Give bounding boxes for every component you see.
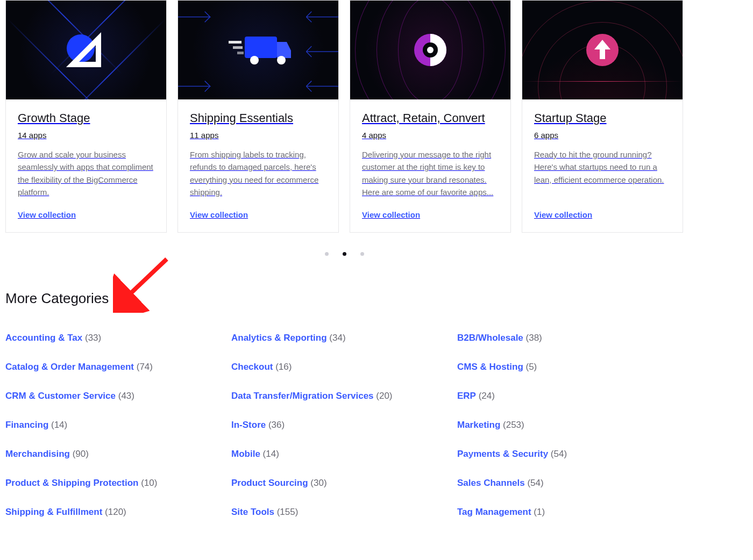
carousel-pagination <box>5 252 683 256</box>
card-description: Delivering your message to the right cus… <box>362 148 499 198</box>
category-item: Financing (14) <box>5 420 231 430</box>
category-link[interactable]: ERP <box>457 391 476 401</box>
category-item: Product Sourcing (30) <box>231 478 457 489</box>
view-collection-link[interactable]: View collection <box>190 210 326 219</box>
category-count: (74) <box>134 362 153 372</box>
svg-point-9 <box>427 47 434 53</box>
svg-rect-5 <box>233 46 243 49</box>
category-link[interactable]: CMS & Hosting <box>457 362 523 372</box>
category-item: CMS & Hosting (5) <box>457 362 683 372</box>
category-link[interactable]: Sales Channels <box>457 478 525 488</box>
category-item: Catalog & Order Management (74) <box>5 362 231 372</box>
svg-point-3 <box>277 56 286 64</box>
collection-card-attract[interactable]: Attract, Retain, Convert 4 apps Deliveri… <box>350 0 511 233</box>
category-link[interactable]: Analytics & Reporting <box>231 333 327 343</box>
svg-point-2 <box>250 56 259 64</box>
category-item: B2B/Wholesale (38) <box>457 333 683 343</box>
category-link[interactable]: Checkout <box>231 362 273 372</box>
view-collection-link[interactable]: View collection <box>18 210 154 219</box>
category-count: (43) <box>116 391 134 401</box>
card-title: Growth Stage <box>18 111 154 125</box>
category-link[interactable]: Site Tools <box>231 507 274 517</box>
view-collection-link[interactable]: View collection <box>534 210 671 219</box>
category-count: (5) <box>523 362 537 372</box>
category-link[interactable]: B2B/Wholesale <box>457 333 523 343</box>
collection-card-growth[interactable]: Growth Stage 14 apps Grow and scale your… <box>5 0 167 233</box>
category-count: (24) <box>476 391 495 401</box>
card-title: Shipping Essentials <box>190 111 326 125</box>
category-item: Tag Management (1) <box>457 507 683 518</box>
category-item: ERP (24) <box>457 391 683 401</box>
category-count: (1) <box>531 507 545 517</box>
category-count: (30) <box>308 478 327 488</box>
category-item: Analytics & Reporting (34) <box>231 333 457 343</box>
category-count: (253) <box>500 420 524 430</box>
category-count: (38) <box>523 333 542 343</box>
growth-stage-illustration <box>6 1 166 99</box>
collection-card-startup[interactable]: Startup Stage 6 apps Ready to hit the gr… <box>522 0 683 233</box>
category-link[interactable]: CRM & Customer Service <box>5 391 116 401</box>
category-item: Shipping & Fulfillment (120) <box>5 507 231 518</box>
category-count: (54) <box>525 478 544 488</box>
carousel-dot-2[interactable] <box>343 252 346 256</box>
category-item: Mobile (14) <box>231 449 457 460</box>
category-item: Checkout (16) <box>231 362 457 372</box>
category-count: (36) <box>266 420 285 430</box>
carousel-dot-1[interactable] <box>325 252 329 256</box>
category-item: Site Tools (155) <box>231 507 457 518</box>
startup-stage-illustration <box>522 1 683 99</box>
view-collection-link[interactable]: View collection <box>362 210 499 219</box>
category-item: Payments & Security (54) <box>457 449 683 460</box>
carousel-dot-3[interactable] <box>360 252 364 256</box>
svg-rect-6 <box>237 52 244 54</box>
category-link[interactable]: In-Store <box>231 420 266 430</box>
category-count: (155) <box>274 507 298 517</box>
category-link[interactable]: Merchandising <box>5 449 70 459</box>
card-title: Attract, Retain, Convert <box>362 111 499 125</box>
card-description: From shipping labels to tracking, refund… <box>190 148 326 198</box>
card-apps-count: 4 apps <box>362 131 499 140</box>
more-categories-section: More Categories Accounting & Tax (33)Ana… <box>5 290 683 518</box>
category-item: CRM & Customer Service (43) <box>5 391 231 401</box>
category-count: (14) <box>260 449 279 459</box>
card-apps-count: 6 apps <box>534 131 671 140</box>
card-description: Grow and scale your business seamlessly … <box>18 148 154 198</box>
category-count: (34) <box>327 333 346 343</box>
svg-rect-4 <box>229 41 241 44</box>
category-count: (90) <box>70 449 89 459</box>
collection-card-shipping[interactable]: Shipping Essentials 11 apps From shippin… <box>177 0 339 233</box>
category-link[interactable]: Shipping & Fulfillment <box>5 507 102 517</box>
category-count: (20) <box>374 391 393 401</box>
category-item: Sales Channels (54) <box>457 478 683 489</box>
card-apps-count: 11 apps <box>190 131 326 140</box>
category-item: Accounting & Tax (33) <box>5 333 231 343</box>
category-link[interactable]: Data Transfer/Migration Services <box>231 391 374 401</box>
category-count: (54) <box>548 449 567 459</box>
category-link[interactable]: Mobile <box>231 449 260 459</box>
categories-grid: Accounting & Tax (33)Analytics & Reporti… <box>5 333 683 518</box>
category-count: (120) <box>102 507 126 517</box>
category-count: (10) <box>138 478 157 488</box>
category-link[interactable]: Payments & Security <box>457 449 548 459</box>
category-count: (16) <box>273 362 292 372</box>
category-item: In-Store (36) <box>231 420 457 430</box>
category-link[interactable]: Product & Shipping Protection <box>5 478 138 488</box>
more-categories-heading: More Categories <box>5 290 683 307</box>
card-description: Ready to hit the ground running? Here's … <box>534 148 671 198</box>
card-title: Startup Stage <box>534 111 671 125</box>
category-count: (33) <box>82 333 101 343</box>
category-item: Data Transfer/Migration Services (20) <box>231 391 457 401</box>
card-apps-count: 14 apps <box>18 131 154 140</box>
category-item: Product & Shipping Protection (10) <box>5 478 231 489</box>
category-count: (14) <box>48 420 67 430</box>
attract-retain-convert-illustration <box>350 1 510 99</box>
category-item: Marketing (253) <box>457 420 683 430</box>
svg-rect-1 <box>245 37 277 58</box>
category-item: Merchandising (90) <box>5 449 231 460</box>
category-link[interactable]: Marketing <box>457 420 500 430</box>
category-link[interactable]: Accounting & Tax <box>5 333 82 343</box>
category-link[interactable]: Financing <box>5 420 48 430</box>
category-link[interactable]: Tag Management <box>457 507 531 517</box>
category-link[interactable]: Catalog & Order Management <box>5 362 134 372</box>
category-link[interactable]: Product Sourcing <box>231 478 308 488</box>
